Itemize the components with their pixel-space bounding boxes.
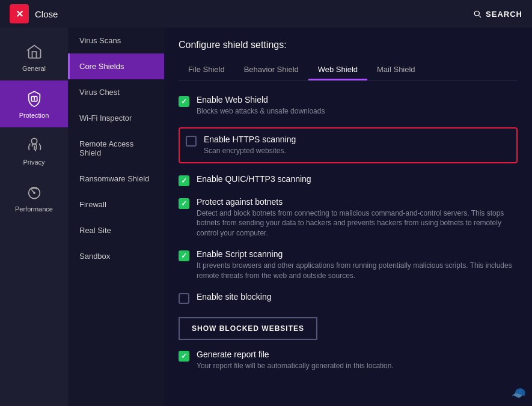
desc-generate-report: Your report file will be automatically g… xyxy=(197,361,394,371)
search-icon xyxy=(472,9,482,19)
main-layout: General Protection xyxy=(0,28,532,406)
label-enable-quic-http3: Enable QUIC/HTTP3 scanning xyxy=(197,174,311,184)
label-enable-web-shield: Enable Web Shield xyxy=(197,95,325,105)
setting-enable-site-blocking: Enable site blocking xyxy=(179,292,518,304)
setting-enable-script-scanning: Enable Script scanning It prevents brows… xyxy=(179,249,518,281)
desc-enable-web-shield: Blocks web attacks & unsafe downloads xyxy=(197,106,325,117)
label-generate-report: Generate report file xyxy=(197,350,394,359)
nav-item-wifi-inspector[interactable]: Wi-Fi Inspector xyxy=(68,105,164,131)
setting-protect-botnets: Protect against botnets Detect and block… xyxy=(179,197,518,238)
label-enable-script-scanning: Enable Script scanning xyxy=(197,249,518,259)
setting-enable-https-scanning: Enable HTTPS scanning Scan encrypted web… xyxy=(179,127,518,163)
tab-web-shield[interactable]: Web Shield xyxy=(308,60,367,80)
checkbox-generate-report[interactable] xyxy=(179,351,189,362)
desc-protect-botnets: Detect and block botnets from connecting… xyxy=(197,208,518,238)
nav-item-sandbox[interactable]: Sandbox xyxy=(68,243,164,269)
titlebar: ✕ Close SEARCH xyxy=(0,0,532,28)
setting-enable-web-shield: Enable Web Shield Blocks web attacks & u… xyxy=(179,95,518,117)
tab-behavior-shield[interactable]: Behavior Shield xyxy=(234,60,308,80)
shield-icon xyxy=(25,89,44,108)
checkbox-enable-quic-http3[interactable] xyxy=(179,175,189,186)
tab-file-shield[interactable]: File Shield xyxy=(179,60,234,80)
setting-generate-report: Generate report file Your report file wi… xyxy=(179,350,518,371)
tab-mail-shield[interactable]: Mail Shield xyxy=(367,60,425,80)
sidebar-general-label: General xyxy=(22,65,46,72)
sidebar-item-general[interactable]: General xyxy=(0,34,68,80)
middle-nav: Virus Scans Core Shields Virus Chest Wi-… xyxy=(68,28,164,406)
checkbox-enable-https-scanning[interactable] xyxy=(186,136,197,147)
content-area: Configure shield settings: File Shield B… xyxy=(164,28,532,406)
sidebar-item-privacy[interactable]: Privacy xyxy=(0,127,68,174)
nav-item-core-shields[interactable]: Core Shields xyxy=(68,53,164,79)
titlebar-left: ✕ Close xyxy=(10,4,58,23)
home-icon xyxy=(25,42,44,61)
svg-point-4 xyxy=(33,192,35,194)
watermark: 🧢 xyxy=(511,386,526,400)
nav-item-virus-scans[interactable]: Virus Scans xyxy=(68,28,164,53)
shield-tabs: File Shield Behavior Shield Web Shield M… xyxy=(179,60,518,80)
label-enable-site-blocking: Enable site blocking xyxy=(197,292,272,301)
sidebar-privacy-label: Privacy xyxy=(23,159,44,166)
gauge-icon xyxy=(25,183,44,202)
close-button[interactable]: ✕ xyxy=(10,4,29,23)
nav-item-remote-access-shield[interactable]: Remote Access Shield xyxy=(68,131,164,166)
label-protect-botnets: Protect against botnets xyxy=(197,197,518,207)
window-title: Close xyxy=(35,9,58,19)
desc-enable-https-scanning: Scan encrypted websites. xyxy=(204,146,296,156)
svg-point-1 xyxy=(33,97,34,98)
nav-item-virus-chest[interactable]: Virus Chest xyxy=(68,79,164,105)
sidebar-item-protection[interactable]: Protection xyxy=(0,80,68,127)
checkbox-enable-web-shield[interactable] xyxy=(179,96,189,107)
content-title: Configure shield settings: xyxy=(179,40,518,50)
nav-item-firewall[interactable]: Firewall xyxy=(68,192,164,217)
checkbox-enable-script-scanning[interactable] xyxy=(179,250,189,261)
show-blocked-websites-button[interactable]: SHOW BLOCKED WEBSITES xyxy=(179,317,317,340)
sidebar-item-performance[interactable]: Performance xyxy=(0,174,68,221)
checkbox-protect-botnets[interactable] xyxy=(179,198,189,209)
nav-item-ransomware-shield[interactable]: Ransomware Shield xyxy=(68,166,164,192)
setting-enable-quic-http3: Enable QUIC/HTTP3 scanning xyxy=(179,174,518,186)
label-enable-https-scanning: Enable HTTPS scanning xyxy=(204,135,296,144)
search-area[interactable]: SEARCH xyxy=(472,9,522,19)
nav-item-real-site[interactable]: Real Site xyxy=(68,217,164,243)
sidebar-performance-label: Performance xyxy=(15,205,53,213)
desc-enable-script-scanning: It prevents browsers and other applicati… xyxy=(197,261,518,281)
sidebar: General Protection xyxy=(0,28,68,406)
checkbox-enable-site-blocking[interactable] xyxy=(179,293,189,304)
search-label: SEARCH xyxy=(486,10,522,19)
fingerprint-icon xyxy=(25,136,44,155)
sidebar-protection-label: Protection xyxy=(19,112,49,119)
